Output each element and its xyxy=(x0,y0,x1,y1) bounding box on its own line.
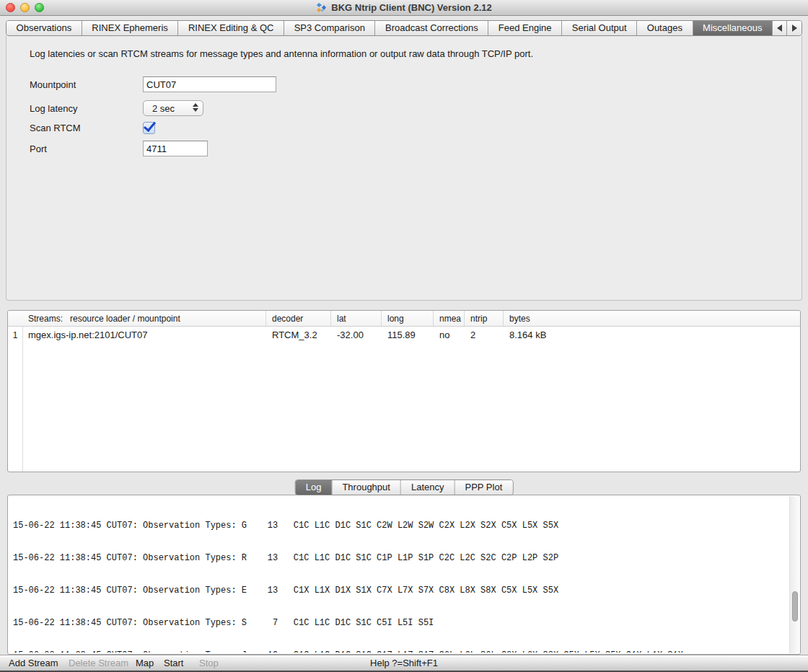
stop-button[interactable]: Stop xyxy=(199,658,219,668)
log-output: 15-06-22 11:38:45 CUT07: Observation Typ… xyxy=(13,499,787,653)
add-stream-button[interactable]: Add Stream xyxy=(9,658,58,668)
zoom-button[interactable] xyxy=(35,3,44,12)
chevron-right-icon xyxy=(792,25,797,32)
port-input[interactable] xyxy=(143,141,208,156)
window-title-area: BKG Ntrip Client (BNC) Version 2.12 xyxy=(316,2,491,13)
cell-long: 115.89 xyxy=(382,330,434,340)
miscellaneous-panel: Log latencies or scan RTCM streams for m… xyxy=(6,36,802,301)
log-line: 15-06-22 11:38:45 CUT07: Observation Typ… xyxy=(13,553,787,564)
cell-nmea: no xyxy=(434,330,465,340)
column-header-mountpoint[interactable]: Streams: resource loader / mountpoint xyxy=(8,311,266,326)
start-button[interactable]: Start xyxy=(164,658,183,668)
streams-table-body: 1 mgex.igs-ip.net:2101/CUT07 RTCM_3.2 -3… xyxy=(8,327,800,472)
cell-mountpoint: mgex.igs-ip.net:2101/CUT07 xyxy=(22,330,266,340)
row-number: 1 xyxy=(8,330,22,340)
cell-ntrip: 2 xyxy=(465,330,504,340)
panel-description: Log latencies or scan RTCM streams for m… xyxy=(30,48,533,59)
tab-sp3-comparison[interactable]: SP3 Comparison xyxy=(284,21,375,35)
cell-bytes: 8.164 kB xyxy=(504,330,800,340)
log-line: 15-06-22 11:38:45 CUT07: Observation Typ… xyxy=(13,618,787,629)
tab-log[interactable]: Log xyxy=(296,480,333,495)
delete-stream-button[interactable]: Delete Stream xyxy=(69,658,128,668)
column-header-decoder[interactable]: decoder xyxy=(266,311,331,326)
log-line: 15-06-22 11:38:45 CUT07: Observation Typ… xyxy=(13,521,787,531)
log-pane: 15-06-22 11:38:45 CUT07: Observation Typ… xyxy=(7,495,801,655)
tab-rinex-editing-qc[interactable]: RINEX Editing & QC xyxy=(178,21,284,35)
tab-miscellaneous[interactable]: Miscellaneous xyxy=(693,21,773,35)
scan-rtcm-checkbox[interactable] xyxy=(143,122,155,134)
cell-decoder: RTCM_3.2 xyxy=(266,330,331,340)
column-header-long[interactable]: long xyxy=(382,311,434,326)
column-header-nmea[interactable]: nmea xyxy=(434,311,465,326)
log-scrollbar-thumb[interactable] xyxy=(792,591,798,622)
stepper-arrows-icon xyxy=(193,103,198,112)
port-label: Port xyxy=(30,143,143,154)
map-button[interactable]: Map xyxy=(136,658,154,668)
log-line: 15-06-22 11:38:45 CUT07: Observation Typ… xyxy=(13,585,787,596)
log-line: 15-06-22 11:38:45 CUT07: Observation Typ… xyxy=(13,650,787,653)
log-latency-select[interactable]: 2 sec xyxy=(143,100,203,116)
tab-ppp-plot[interactable]: PPP Plot xyxy=(454,480,512,495)
cell-lat: -32.00 xyxy=(331,330,382,340)
tab-broadcast-corrections[interactable]: Broadcast Corrections xyxy=(375,21,488,35)
streams-table-header: Streams: resource loader / mountpoint de… xyxy=(8,311,800,327)
streams-table: Streams: resource loader / mountpoint de… xyxy=(7,310,801,472)
column-header-ntrip[interactable]: ntrip xyxy=(465,311,504,326)
help-shortcut-text: Help ?=Shift+F1 xyxy=(370,658,438,668)
tab-scroll-right-button[interactable] xyxy=(787,21,802,35)
mountpoint-input[interactable] xyxy=(143,76,276,92)
main-tabbar: Observations RINEX Ephemeris RINEX Editi… xyxy=(6,20,802,36)
app-icon xyxy=(316,2,327,13)
output-tabbar: Log Throughput Latency PPP Plot xyxy=(295,479,514,495)
column-header-lat[interactable]: lat xyxy=(331,311,382,326)
tab-rinex-ephemeris[interactable]: RINEX Ephemeris xyxy=(82,21,179,35)
minimize-button[interactable] xyxy=(20,3,30,12)
row-number-separator xyxy=(22,327,23,472)
statusbar: Add Stream Delete Stream Map Start Stop … xyxy=(0,655,808,671)
log-scrollbar-track[interactable] xyxy=(789,496,799,653)
table-row[interactable]: 1 mgex.igs-ip.net:2101/CUT07 RTCM_3.2 -3… xyxy=(8,327,800,343)
column-header-bytes[interactable]: bytes xyxy=(504,311,800,326)
tab-scroll-left-button[interactable] xyxy=(773,21,787,35)
close-button[interactable] xyxy=(6,3,15,12)
mountpoint-label: Mountpoint xyxy=(30,79,143,90)
bnc-window: { "window": { "title": "BKG Ntrip Client… xyxy=(0,0,808,672)
tab-latency[interactable]: Latency xyxy=(401,480,455,495)
window-titlebar: BKG Ntrip Client (BNC) Version 2.12 xyxy=(0,0,808,16)
tab-feed-engine[interactable]: Feed Engine xyxy=(488,21,562,35)
tab-throughput[interactable]: Throughput xyxy=(332,480,401,495)
tab-observations[interactable]: Observations xyxy=(6,21,82,35)
window-title: BKG Ntrip Client (BNC) Version 2.12 xyxy=(331,2,491,13)
chevron-left-icon xyxy=(777,25,782,32)
log-latency-label: Log latency xyxy=(30,103,143,114)
tab-outages[interactable]: Outages xyxy=(637,21,693,35)
tab-serial-output[interactable]: Serial Output xyxy=(562,21,637,35)
scan-rtcm-label: Scan RTCM xyxy=(30,123,143,133)
log-latency-value: 2 sec xyxy=(152,103,175,114)
